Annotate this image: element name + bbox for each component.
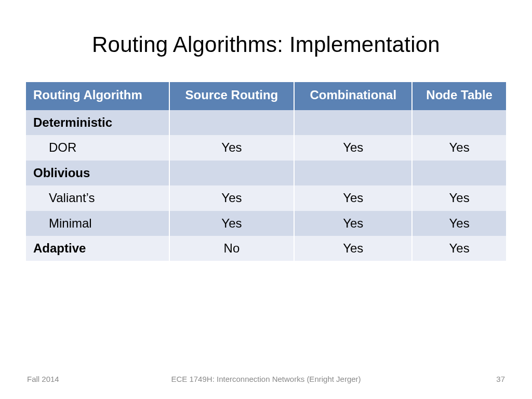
table-row: Deterministic xyxy=(26,110,506,135)
cell-label: Oblivious xyxy=(26,161,169,185)
cell-value: Yes xyxy=(294,211,412,236)
table-row: Oblivious xyxy=(26,161,506,185)
cell-value xyxy=(412,110,506,135)
cell-value: Yes xyxy=(412,185,506,210)
cell-value xyxy=(294,110,412,135)
cell-value: Yes xyxy=(294,236,412,261)
slide-title: Routing Algorithms: Implementation xyxy=(26,32,506,57)
cell-value xyxy=(294,161,412,185)
cell-value: Yes xyxy=(169,135,295,160)
cell-label: Deterministic xyxy=(26,110,169,135)
cell-value: Yes xyxy=(412,135,506,160)
cell-value: Yes xyxy=(412,236,506,261)
table-row: Minimal Yes Yes Yes xyxy=(26,211,506,236)
table-row: DOR Yes Yes Yes xyxy=(26,135,506,160)
cell-value: Yes xyxy=(169,185,295,210)
cell-value: Yes xyxy=(412,211,506,236)
cell-label: Adaptive xyxy=(26,236,169,261)
slide-footer: Fall 2014 ECE 1749H: Interconnection Net… xyxy=(0,375,532,383)
table-header-row: Routing Algorithm Source Routing Combina… xyxy=(26,82,506,110)
routing-table: Routing Algorithm Source Routing Combina… xyxy=(26,82,506,261)
footer-left: Fall 2014 xyxy=(27,375,59,383)
footer-center: ECE 1749H: Interconnection Networks (Enr… xyxy=(171,375,361,383)
cell-value: Yes xyxy=(294,185,412,210)
footer-page-number: 37 xyxy=(496,375,505,383)
cell-value: Yes xyxy=(294,135,412,160)
cell-label: Valiant’s xyxy=(26,185,169,210)
col-header-node-table: Node Table xyxy=(412,82,506,110)
cell-label: DOR xyxy=(26,135,169,160)
table-row: Valiant’s Yes Yes Yes xyxy=(26,185,506,210)
cell-label: Minimal xyxy=(26,211,169,236)
cell-value xyxy=(169,110,295,135)
slide: Routing Algorithms: Implementation Routi… xyxy=(0,0,532,399)
table-row: Adaptive No Yes Yes xyxy=(26,236,506,261)
col-header-source-routing: Source Routing xyxy=(169,82,295,110)
cell-value xyxy=(412,161,506,185)
col-header-combinational: Combinational xyxy=(294,82,412,110)
cell-value: Yes xyxy=(169,211,295,236)
col-header-algorithm: Routing Algorithm xyxy=(26,82,169,110)
cell-value: No xyxy=(169,236,295,261)
cell-value xyxy=(169,161,295,185)
